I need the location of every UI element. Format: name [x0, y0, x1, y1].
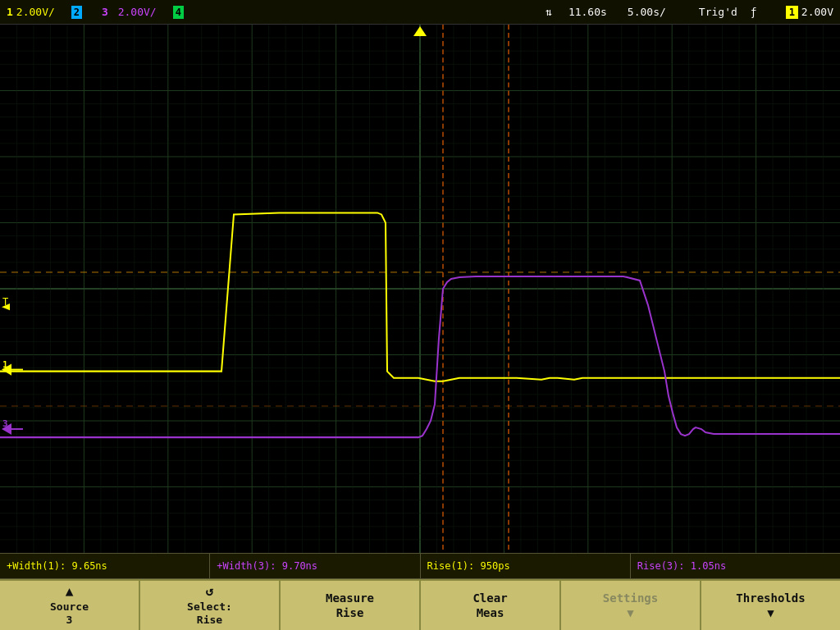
- thresholds-button[interactable]: Thresholds ▼: [701, 581, 840, 630]
- meas-width-ch1: +Width(1): 9.65ns: [0, 554, 210, 578]
- meas-width-ch3: +Width(3): 9.70ns: [210, 554, 420, 578]
- source-label: Source: [50, 600, 89, 614]
- timebase: 5.00s/: [628, 6, 666, 18]
- measure-rise-label-line1: Measure: [326, 591, 374, 605]
- settings-arrow: ▼: [627, 605, 633, 620]
- trig-level: 2.00V: [801, 6, 833, 18]
- ch3-scale: 2.00V/: [112, 6, 157, 18]
- trig-status: Trig'd: [699, 6, 737, 18]
- clear-meas-button[interactable]: Clear Meas: [421, 581, 561, 630]
- thresholds-arrow: ▼: [767, 605, 774, 620]
- source-icon: ▲: [66, 583, 74, 600]
- header-bar: 1 2.00V/ 2 3 2.00V/ 4 ⇅ 11.60s 5.00s/ Tr…: [0, 0, 840, 25]
- select-value: Rise: [197, 614, 222, 628]
- oscilloscope: 1 2.00V/ 2 3 2.00V/ 4 ⇅ 11.60s 5.00s/ Tr…: [0, 0, 840, 630]
- measurement-bar: +Width(1): 9.65ns +Width(3): 9.70ns Rise…: [0, 553, 840, 579]
- ch3-number: 3: [102, 6, 108, 18]
- measure-rise-label-line2: Rise: [336, 605, 364, 620]
- meas-rise-ch1: Rise(1): 950ps: [421, 554, 631, 578]
- svg-text:3: 3: [2, 418, 8, 429]
- select-label: Select:: [187, 600, 232, 614]
- trig-edge-icon: ƒ: [751, 6, 757, 18]
- source-button[interactable]: ▲ Source 3: [0, 581, 140, 630]
- waveform-display: 1 3 T: [0, 25, 840, 553]
- clear-meas-label-line1: Clear: [472, 591, 507, 605]
- select-button[interactable]: ↺ Select: Rise: [140, 581, 281, 630]
- settings-label: Settings: [603, 591, 658, 605]
- source-value: 3: [66, 614, 73, 628]
- ch4-number: 4: [173, 6, 184, 19]
- measure-rise-button[interactable]: Measure Rise: [281, 581, 421, 630]
- svg-text:1: 1: [2, 359, 8, 370]
- select-icon: ↺: [206, 583, 214, 600]
- settings-button[interactable]: Settings ▼: [561, 581, 701, 630]
- time-ref-icon: ⇅: [546, 6, 552, 18]
- time-offset: 11.60s: [568, 6, 607, 18]
- ch2-number: 2: [71, 6, 82, 19]
- button-bar: ▲ Source 3 ↺ Select: Rise Measure Rise C…: [0, 579, 840, 630]
- thresholds-label: Thresholds: [736, 591, 805, 605]
- ch1-number: 1: [7, 6, 13, 18]
- meas-rise-ch3: Rise(3): 1.05ns: [631, 554, 840, 578]
- ch1-scale: 2.00V/: [16, 6, 55, 18]
- display-area: 1 3 T: [0, 25, 840, 553]
- trig-ch-badge: 1: [786, 6, 798, 19]
- clear-meas-label-line2: Meas: [477, 605, 504, 620]
